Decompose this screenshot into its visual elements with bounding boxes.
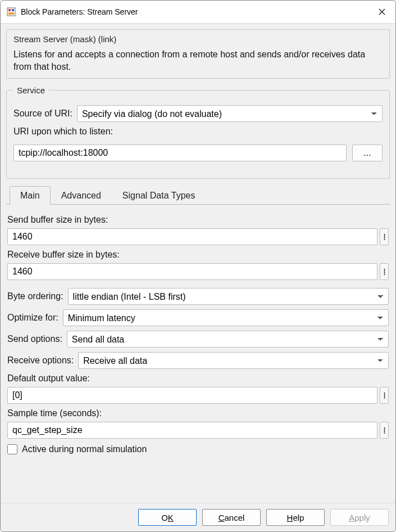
send-buffer-more-button[interactable]: ⁞ [380, 228, 389, 245]
optimize-for-label: Optimize for: [7, 313, 58, 323]
sample-time-label: Sample time (seconds): [7, 408, 389, 418]
ok-button[interactable]: OK [138, 509, 197, 526]
uri-input[interactable] [13, 145, 347, 161]
app-icon [6, 7, 16, 17]
more-icon: ⁞ [383, 425, 386, 436]
send-options-label: Send options: [7, 334, 62, 344]
mask-heading: Stream Server (mask) (link) [13, 34, 383, 44]
send-buffer-input[interactable] [7, 228, 377, 245]
svg-rect-2 [12, 9, 14, 11]
source-of-uri-row: Source of URI: Specify via dialog (do no… [13, 105, 383, 122]
dialog-content: Stream Server (mask) (link) Listens for … [1, 24, 395, 503]
byte-ordering-select[interactable]: little endian (Intel - LSB first) [68, 288, 389, 305]
receive-buffer-input[interactable] [7, 263, 377, 280]
more-icon: ⁞ [383, 232, 386, 242]
titlebar: Block Parameters: Stream Server [1, 1, 395, 24]
receive-options-select[interactable]: Receive all data [78, 352, 389, 369]
window-title: Block Parameters: Stream Server [21, 7, 374, 16]
more-icon: ⁞ [383, 267, 386, 277]
dialog-window: Block Parameters: Stream Server Stream S… [0, 0, 396, 532]
receive-buffer-more-button[interactable]: ⁞ [380, 263, 389, 280]
tab-panel-main: Send buffer size in bytes: ⁞ Receive buf… [6, 205, 390, 461]
apply-button[interactable]: Apply [330, 509, 389, 526]
mask-description: Listens for and accepts a connection fro… [13, 48, 383, 73]
more-icon: ⁞ [383, 390, 386, 401]
uri-row: URI upon which to listen: ... [13, 127, 383, 166]
button-bar: OK Cancel Help Apply [1, 503, 395, 531]
source-of-uri-select[interactable]: Specify via dialog (do not evaluate) [77, 105, 383, 122]
cancel-button[interactable]: Cancel [202, 509, 261, 526]
send-options-select[interactable]: Send all data [67, 331, 389, 348]
active-during-sim-checkbox[interactable] [7, 444, 17, 454]
send-buffer-label: Send buffer size in bytes: [7, 215, 389, 225]
active-during-sim-label: Active during normal simulation [22, 444, 147, 454]
sample-time-more-button[interactable]: ⁞ [380, 422, 389, 439]
mask-description-box: Stream Server (mask) (link) Listens for … [6, 29, 390, 79]
service-group: Service Source of URI: Specify via dialo… [6, 85, 390, 179]
close-icon [379, 8, 385, 15]
default-output-more-button[interactable]: ⁞ [380, 387, 389, 404]
sample-time-input[interactable] [7, 422, 377, 439]
help-button[interactable]: Help [266, 509, 325, 526]
close-button[interactable] [374, 4, 390, 20]
receive-options-label: Receive options: [7, 355, 74, 366]
default-output-input[interactable] [7, 387, 377, 404]
uri-browse-button[interactable]: ... [352, 145, 383, 161]
service-legend: Service [13, 85, 48, 95]
tab-bar: Main Advanced Signal Data Types [6, 186, 390, 205]
svg-rect-1 [8, 9, 11, 11]
tab-main[interactable]: Main [10, 186, 51, 205]
uri-label: URI upon which to listen: [13, 127, 383, 137]
receive-buffer-label: Receive buffer size in bytes: [7, 250, 389, 260]
tab-signal-data-types[interactable]: Signal Data Types [112, 186, 206, 205]
tab-advanced[interactable]: Advanced [51, 186, 112, 205]
byte-ordering-label: Byte ordering: [7, 291, 63, 301]
source-of-uri-label: Source of URI: [13, 109, 72, 119]
svg-rect-3 [8, 12, 14, 15]
optimize-for-select[interactable]: Minimum latency [63, 309, 389, 326]
default-output-label: Default output value: [7, 373, 389, 384]
